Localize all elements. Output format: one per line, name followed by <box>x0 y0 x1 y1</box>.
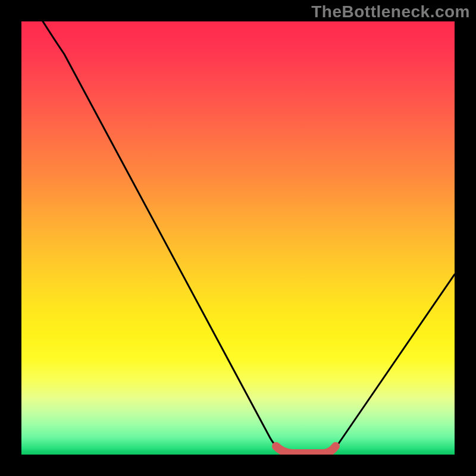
curve-svg <box>21 21 455 455</box>
chart-frame: TheBottleneck.com <box>0 0 476 476</box>
highlight-segment <box>276 446 336 453</box>
plot-area <box>21 21 455 455</box>
bottleneck-curve <box>43 21 455 453</box>
watermark-text: TheBottleneck.com <box>311 2 470 21</box>
